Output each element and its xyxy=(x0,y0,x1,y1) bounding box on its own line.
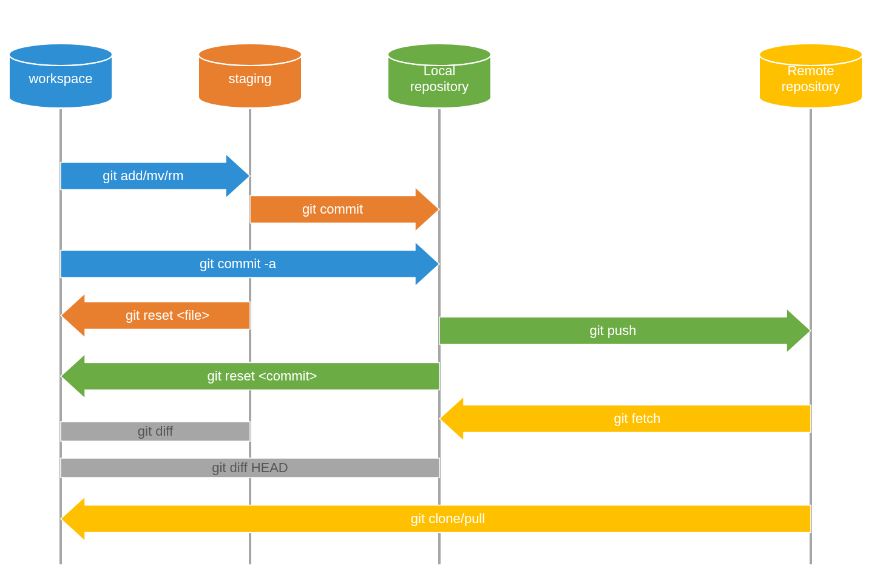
git-add-label: git add/mv/rm xyxy=(103,168,183,183)
git-reset-file-label: git reset <file> xyxy=(126,308,209,323)
git-diff-label: git diff xyxy=(138,424,174,439)
git-add-arrow: git add/mv/rm xyxy=(61,154,250,198)
git-diff-bar: git diff xyxy=(61,422,250,441)
cylinder-remote-label-line-1: repository xyxy=(782,79,841,94)
git-diff-head-bar: git diff HEAD xyxy=(61,458,439,478)
cylinder-remote: Remoterepository xyxy=(759,44,862,108)
git-reset-commit-label: git reset <commit> xyxy=(208,368,317,384)
git-fetch-label: git fetch xyxy=(614,411,660,426)
cylinder-local-label-line-0: Local xyxy=(424,63,456,78)
git-clone-pull-label: git clone/pull xyxy=(411,511,485,526)
cylinder-staging: staging xyxy=(198,44,302,108)
git-clone-pull-arrow: git clone/pull xyxy=(61,497,811,541)
cylinder-workspace-label-line-0: workspace xyxy=(28,71,92,86)
cylinder-workspace: workspace xyxy=(9,44,112,108)
git-push-arrow: git push xyxy=(439,309,811,353)
git-fetch-arrow: git fetch xyxy=(439,397,811,441)
git-commit-a-label: git commit -a xyxy=(200,256,277,271)
git-diff-head-label: git diff HEAD xyxy=(212,460,288,475)
git-push-label: git push xyxy=(589,323,636,338)
cylinder-local-label-line-1: repository xyxy=(410,79,469,94)
git-commit-arrow: git commit xyxy=(250,188,439,232)
git-commit-label: git commit xyxy=(302,201,363,217)
cylinder-remote-label-line-0: Remote xyxy=(787,63,834,78)
cylinder-local: Localrepository xyxy=(388,44,491,108)
git-workflow-diagram: git diffgit diff HEADgit add/mv/rmgit co… xyxy=(0,0,880,588)
cylinder-staging-label-line-0: staging xyxy=(229,71,272,86)
git-reset-file-arrow: git reset <file> xyxy=(61,294,250,338)
